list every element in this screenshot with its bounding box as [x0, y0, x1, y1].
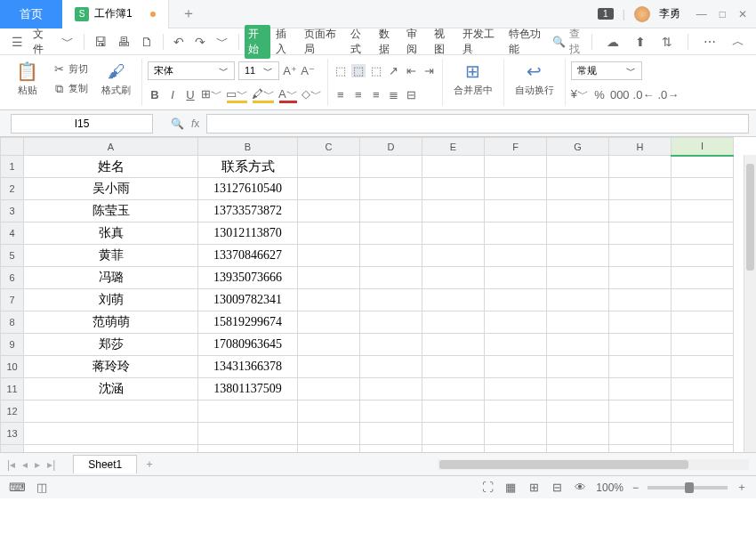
cell-I1[interactable] [672, 156, 734, 178]
cell-C1[interactable] [298, 156, 360, 178]
view-eye-icon[interactable]: 👁 [573, 481, 587, 494]
cell-G6[interactable] [547, 267, 609, 289]
increase-decimal-icon[interactable]: .0← [633, 88, 655, 101]
cell-E14[interactable] [422, 445, 485, 453]
status-mode-icon[interactable]: ⌨ [9, 481, 26, 494]
cell-E9[interactable] [422, 334, 485, 356]
cell-A1[interactable]: 姓名 [24, 156, 198, 178]
format-painter-button[interactable]: 🖌 格式刷 [96, 59, 136, 99]
row-header-7[interactable]: 7 [1, 289, 24, 312]
sheet-nav-next-icon[interactable]: ▸ [35, 458, 40, 471]
cell-A3[interactable]: 陈莹玉 [24, 200, 198, 222]
col-header-A[interactable]: A [24, 138, 198, 156]
cell-I12[interactable] [672, 400, 734, 423]
cell-A14[interactable] [24, 445, 198, 453]
horizontal-scrollbar[interactable] [438, 459, 749, 470]
cell-C2[interactable] [298, 178, 360, 200]
cell-H11[interactable] [609, 378, 672, 400]
cell-A12[interactable] [24, 400, 198, 423]
cell-A8[interactable]: 范萌萌 [24, 312, 198, 334]
row-header-10[interactable]: 10 [1, 356, 24, 378]
row-header-6[interactable]: 6 [1, 267, 24, 289]
cell-F11[interactable] [485, 378, 547, 400]
more-icon[interactable]: ⋯ [699, 35, 720, 49]
cell-D13[interactable] [360, 423, 422, 445]
row-header-1[interactable]: 1 [1, 156, 24, 178]
orientation-icon[interactable]: ↗ [387, 64, 401, 77]
cell-H2[interactable] [609, 178, 672, 200]
cell-C10[interactable] [298, 356, 360, 378]
cell-F4[interactable] [485, 222, 547, 245]
cell-G9[interactable] [547, 334, 609, 356]
view-page-icon[interactable]: ⊞ [527, 481, 541, 494]
cell-H13[interactable] [609, 423, 672, 445]
cell-C13[interactable] [298, 423, 360, 445]
sheet-tab[interactable]: Sheet1 [73, 455, 137, 473]
cell-B3[interactable]: 13733573872 [198, 200, 298, 222]
new-tab-button[interactable]: ＋ [169, 4, 208, 23]
cell-I14[interactable] [672, 445, 734, 453]
col-header-E[interactable]: E [422, 138, 485, 156]
cell-I7[interactable] [672, 289, 734, 312]
undo-icon[interactable]: ↶ [169, 35, 189, 49]
col-header-G[interactable]: G [547, 138, 609, 156]
cell-D1[interactable] [360, 156, 422, 178]
search-button[interactable]: 🔍 查找 [552, 27, 581, 57]
cell-C3[interactable] [298, 200, 360, 222]
cell-A5[interactable]: 黄菲 [24, 245, 198, 267]
cell-F14[interactable] [485, 445, 547, 453]
align-left-icon[interactable]: ≡ [334, 88, 348, 101]
cell-H5[interactable] [609, 245, 672, 267]
cell-I11[interactable] [672, 378, 734, 400]
tab-special[interactable]: 特色功能 [505, 25, 551, 59]
cell-D9[interactable] [360, 334, 422, 356]
cell-I10[interactable] [672, 356, 734, 378]
cell-G3[interactable] [547, 200, 609, 222]
cell-A2[interactable]: 吴小雨 [24, 178, 198, 200]
cell-B1[interactable]: 联系方式 [198, 156, 298, 178]
cell-H14[interactable] [609, 445, 672, 453]
fx-icon[interactable]: fx [191, 117, 199, 130]
row-header-9[interactable]: 9 [1, 334, 24, 356]
cell-E12[interactable] [422, 400, 485, 423]
close-button[interactable]: ✕ [738, 8, 747, 20]
cell-D5[interactable] [360, 245, 422, 267]
cell-F13[interactable] [485, 423, 547, 445]
cell-D12[interactable] [360, 400, 422, 423]
cell-A13[interactable] [24, 423, 198, 445]
workbook-tab[interactable]: S 工作簿1 [62, 0, 169, 28]
sheet-nav-first-icon[interactable]: |◂ [7, 458, 15, 471]
cell-B6[interactable]: 13935073666 [198, 267, 298, 289]
sheet-nav-prev-icon[interactable]: ◂ [22, 458, 28, 471]
indent-right-icon[interactable]: ⇥ [422, 64, 437, 77]
cell-F5[interactable] [485, 245, 547, 267]
cell-H3[interactable] [609, 200, 672, 222]
formula-input[interactable] [206, 114, 749, 134]
cell-E7[interactable] [422, 289, 485, 312]
cell-F10[interactable] [485, 356, 547, 378]
cell-F9[interactable] [485, 334, 547, 356]
cell-I3[interactable] [672, 200, 734, 222]
spreadsheet-grid[interactable]: A B C D E F G H I 1姓名联系方式2吴小雨13127610540… [0, 137, 735, 452]
currency-icon[interactable]: ¥﹀ [571, 86, 589, 102]
cell-B5[interactable]: 13370846627 [198, 245, 298, 267]
cell-C11[interactable] [298, 378, 360, 400]
avatar[interactable] [634, 6, 650, 22]
cell-G1[interactable] [547, 156, 609, 178]
cell-G2[interactable] [547, 178, 609, 200]
cell-H6[interactable] [609, 267, 672, 289]
cell-C12[interactable] [298, 400, 360, 423]
cell-A7[interactable]: 刘萌 [24, 289, 198, 312]
cell-E13[interactable] [422, 423, 485, 445]
cell-F3[interactable] [485, 200, 547, 222]
cell-D4[interactable] [360, 222, 422, 245]
cell-A9[interactable]: 郑莎 [24, 334, 198, 356]
align-top-icon[interactable]: ⬚ [334, 64, 348, 77]
cell-A10[interactable]: 蒋玲玲 [24, 356, 198, 378]
cell-D7[interactable] [360, 289, 422, 312]
cell-G4[interactable] [547, 222, 609, 245]
cell-H9[interactable] [609, 334, 672, 356]
border-button[interactable]: ⊞﹀ [201, 86, 222, 102]
cell-B11[interactable]: 13801137509 [198, 378, 298, 400]
row-header-5[interactable]: 5 [1, 245, 24, 267]
